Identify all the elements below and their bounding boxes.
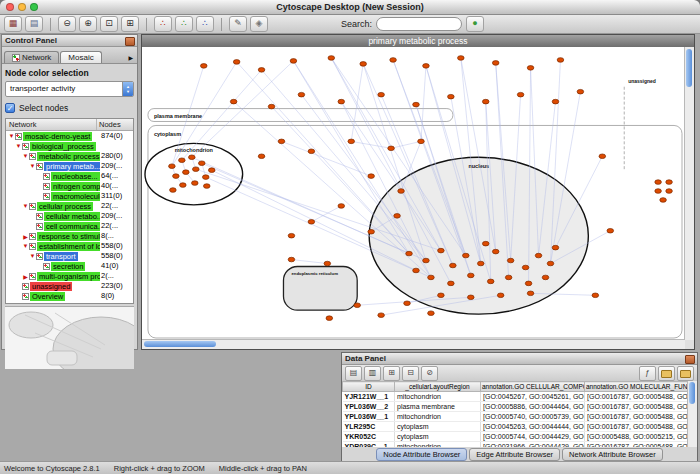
import-attributes-icon[interactable] xyxy=(658,366,675,381)
float-panel-icon[interactable] xyxy=(125,37,135,46)
network-node[interactable] xyxy=(655,189,662,194)
table-cell[interactable]: [GO:0031966, GO:0044429, GO:0044444, G..… xyxy=(481,442,585,448)
network-node[interactable] xyxy=(482,241,489,246)
network-node[interactable] xyxy=(189,155,196,160)
search-config-icon[interactable]: ● xyxy=(466,16,484,32)
tree-item-secretion[interactable]: secretion41(0) xyxy=(6,261,133,271)
network-node[interactable] xyxy=(492,249,499,254)
network-node[interactable] xyxy=(278,139,285,144)
network-edge[interactable] xyxy=(291,260,327,264)
tab-network-attribute-browser[interactable]: Network Attribute Browser xyxy=(562,448,663,461)
network-node[interactable] xyxy=(180,183,187,188)
network-node[interactable] xyxy=(388,146,395,151)
tree-item-biological-process[interactable]: ▼biological_process xyxy=(6,141,133,151)
network-node[interactable] xyxy=(535,253,542,258)
horizontal-scrollbar-thumb[interactable] xyxy=(144,341,216,347)
network-node[interactable] xyxy=(169,164,176,169)
first-neighbors-icon[interactable]: ∴ xyxy=(175,16,193,32)
function-builder-icon[interactable]: ƒ xyxy=(639,366,656,381)
network-node[interactable] xyxy=(192,181,199,186)
birds-eye-view[interactable] xyxy=(5,306,134,369)
trash-icon[interactable]: ⊘ xyxy=(421,366,438,381)
table-cell[interactable]: [GO:0016787, GO:0005488, GO:0005215, GO:… xyxy=(585,422,689,432)
node-color-dropdown[interactable]: transporter activity xyxy=(5,81,134,97)
network-node[interactable] xyxy=(542,275,549,280)
expand-right-icon[interactable]: ▶ xyxy=(22,233,29,240)
network-node[interactable] xyxy=(354,303,361,308)
network-node[interactable] xyxy=(666,180,673,185)
table-cell[interactable]: mitochondrion xyxy=(395,442,481,448)
table-cell[interactable]: [GO:0045263, GO:0044444, GO:0044424, G..… xyxy=(481,422,585,432)
network-node[interactable] xyxy=(660,198,667,203)
dropdown-arrows-icon[interactable] xyxy=(122,82,133,96)
network-node[interactable] xyxy=(324,261,331,266)
network-node[interactable] xyxy=(398,189,405,194)
tree-item-unassigned[interactable]: unassigned223(0) xyxy=(6,281,133,291)
network-node[interactable] xyxy=(428,275,435,280)
zoom-selected-icon[interactable]: ⊡ xyxy=(100,16,118,32)
network-node[interactable] xyxy=(258,154,265,159)
minimize-window-icon[interactable] xyxy=(18,3,26,11)
network-node[interactable] xyxy=(208,168,215,173)
network-edge[interactable] xyxy=(281,141,371,176)
table-vertical-scrollbar[interactable] xyxy=(687,381,697,447)
network-edge[interactable] xyxy=(311,206,341,222)
apply-layout-icon[interactable]: ∴ xyxy=(196,16,214,32)
vizmapper-icon[interactable]: ◈ xyxy=(250,16,268,32)
table-row[interactable]: YJR121W__1mitochondrion[GO:0045267, GO:0… xyxy=(343,392,689,402)
float-data-panel-icon[interactable] xyxy=(685,355,695,364)
network-node[interactable] xyxy=(592,293,599,298)
table-cell[interactable]: YKR052C xyxy=(343,432,395,442)
table-cell[interactable]: [GO:0016787, GO:0005488, GO:0005215, G..… xyxy=(585,412,689,422)
network-node[interactable] xyxy=(368,174,375,179)
tab-edge-attribute-browser[interactable]: Edge Attribute Browser xyxy=(469,448,560,461)
import-network-icon[interactable]: ▤ xyxy=(25,16,43,32)
network-edge[interactable] xyxy=(293,61,409,254)
network-node[interactable] xyxy=(338,99,345,104)
network-edge[interactable] xyxy=(391,141,421,148)
zoom-window-icon[interactable] xyxy=(30,3,38,11)
network-node[interactable] xyxy=(458,56,465,61)
network-node[interactable] xyxy=(328,56,335,61)
new-network-from-selection-icon[interactable]: ∴ xyxy=(154,16,172,32)
network-node[interactable] xyxy=(477,261,484,266)
table-cell[interactable]: YJR121W__1 xyxy=(343,392,395,402)
network-edge[interactable] xyxy=(351,141,391,148)
network-node[interactable] xyxy=(268,104,275,109)
network-node[interactable] xyxy=(482,99,489,104)
network-node[interactable] xyxy=(378,92,385,97)
vertical-scrollbar-thumb[interactable] xyxy=(686,49,692,87)
new-attribute-icon[interactable]: ⊞ xyxy=(383,366,400,381)
network-node[interactable] xyxy=(203,184,210,189)
tab-network[interactable]: Network xyxy=(4,51,59,63)
zoom-out-icon[interactable]: ⊖ xyxy=(58,16,76,32)
table-cell[interactable]: YPL036W__1 xyxy=(343,412,395,422)
network-node[interactable] xyxy=(492,61,499,66)
table-cell[interactable]: YPL036W__2 xyxy=(343,402,395,412)
network-node[interactable] xyxy=(517,92,524,97)
network-node[interactable] xyxy=(599,154,606,159)
network-node[interactable] xyxy=(468,295,475,300)
network-view-titlebar[interactable]: primary metabolic process xyxy=(142,35,694,47)
network-node[interactable] xyxy=(200,64,207,69)
tree-item-mosaic-demo-yeast[interactable]: ▼mosaic-demo-yeast874(0) xyxy=(6,131,133,141)
network-canvas[interactable]: plasma membrane cytoplasm mitochondrion … xyxy=(142,47,685,340)
network-node[interactable] xyxy=(233,60,240,65)
table-cell[interactable]: YDR039C__1 xyxy=(343,442,395,448)
tree-item-overview[interactable]: Overview8(0) xyxy=(6,291,133,301)
table-cell[interactable]: [GO:0045267, GO:0045261, GO:0044444, G..… xyxy=(481,392,585,402)
network-node[interactable] xyxy=(468,273,475,278)
table-cell[interactable]: [GO:0016787, GO:0005488, GO:0005215, G..… xyxy=(585,442,689,448)
select-nodes-checkbox[interactable] xyxy=(5,103,15,113)
network-node[interactable] xyxy=(230,99,237,104)
network-node[interactable] xyxy=(438,248,445,253)
network-node[interactable] xyxy=(360,62,367,67)
unselect-attributes-icon[interactable]: ▥ xyxy=(364,366,381,381)
network-node[interactable] xyxy=(394,214,401,219)
network-node[interactable] xyxy=(288,257,295,262)
network-node[interactable] xyxy=(666,189,673,194)
delete-attribute-icon[interactable]: ⊟ xyxy=(402,366,419,381)
network-node[interactable] xyxy=(448,94,455,99)
network-edge[interactable] xyxy=(272,107,409,254)
close-window-icon[interactable] xyxy=(6,3,14,11)
